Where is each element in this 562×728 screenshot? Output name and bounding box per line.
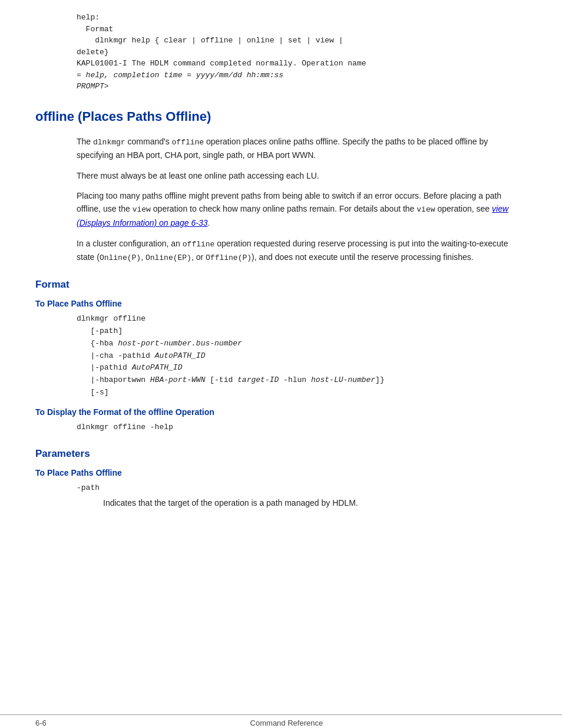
code-italic-target-id: target-ID (237, 375, 279, 384)
footer-page-number: 6-6 (35, 719, 47, 727)
offline-code-1: offline (172, 138, 204, 147)
view-code-2: view (416, 205, 435, 214)
format-code-block-1: dlnkmgr offline [-path] {-hba host-port-… (77, 313, 485, 399)
paragraph-2: There must always be at least one online… (77, 169, 527, 182)
place-paths-offline-subheading-2: To Place Paths Offline (35, 468, 527, 477)
section-title: offline (Places Paths Offline) (35, 109, 527, 124)
code-line-dlnkmgr-offline: dlnkmgr offline (77, 314, 146, 323)
code-line-hbaportwwn: |-hbaportwwn HBA-port-WWN [-tid target-I… (77, 375, 385, 384)
online-ep-code: Online(EP) (146, 253, 191, 262)
offline-code-2: offline (183, 240, 215, 249)
code-italic-hba-port-wwn: HBA-port-WWN (150, 375, 206, 384)
code-line-cha: |-cha -pathid AutoPATH_ID (77, 351, 205, 360)
param-name: -path (77, 482, 485, 495)
paragraph-3: Placing too many paths offline might pre… (77, 189, 527, 230)
code-italic-host-port: host-port-number.bus-number (118, 339, 242, 348)
code-line-path: [-path] (77, 327, 123, 335)
code-line-s: [-s] (77, 388, 109, 397)
format-heading: Format (35, 279, 527, 291)
top-code-line3: dlnkmgr help { clear | offline | online … (77, 36, 343, 45)
parameters-heading: Parameters (35, 448, 527, 460)
code-italic-autopath-1: AutoPATH_ID (155, 351, 206, 360)
dlnkmgr-code-1: dlnkmgr (93, 138, 125, 147)
online-p-code: Online(P) (100, 253, 141, 262)
page-container: help: Format dlnkmgr help { clear | offl… (0, 12, 562, 728)
code-line-hba: {-hba host-port-number.bus-number (77, 339, 242, 348)
offline-p-code: Offline(P) (206, 253, 252, 262)
top-code-line4: delete} (77, 48, 109, 57)
top-code-line7: PROMPT> (77, 82, 109, 91)
place-paths-offline-subheading-1: To Place Paths Offline (35, 299, 527, 308)
top-code-line2: Format (77, 25, 113, 34)
footer-line1: 6-6 Command Reference (35, 719, 527, 727)
view-code-1: view (133, 205, 151, 214)
footer-center-top: Command Reference (47, 719, 527, 727)
top-code-block: help: Format dlnkmgr help { clear | offl… (77, 12, 485, 93)
code-line-pathid: |-pathid AutoPATH_ID (77, 363, 182, 372)
paragraph-4: In a cluster configuration, an offline o… (77, 237, 527, 265)
display-format-subheading: To Display the Format of the offline Ope… (35, 407, 527, 417)
top-code-line1: help: (77, 13, 100, 22)
format-code-block-2: dlnkmgr offline -help (77, 421, 485, 434)
param-desc: Indicates that the target of the operati… (103, 496, 527, 509)
footer: 6-6 Command Reference Hitachi Dynamic Li… (0, 714, 562, 728)
code-italic-host-lu-number: host-LU-number (311, 375, 375, 384)
paragraph-1: The dlnkmgr command's offline operation … (77, 135, 527, 162)
code-italic-autopath-2: AutoPATH_ID (132, 363, 183, 372)
top-code-line5: KAPL01001-I The HDLM command completed n… (77, 59, 366, 68)
top-code-line6: = help, completion time = yyyy/mm/dd hh:… (77, 71, 283, 80)
